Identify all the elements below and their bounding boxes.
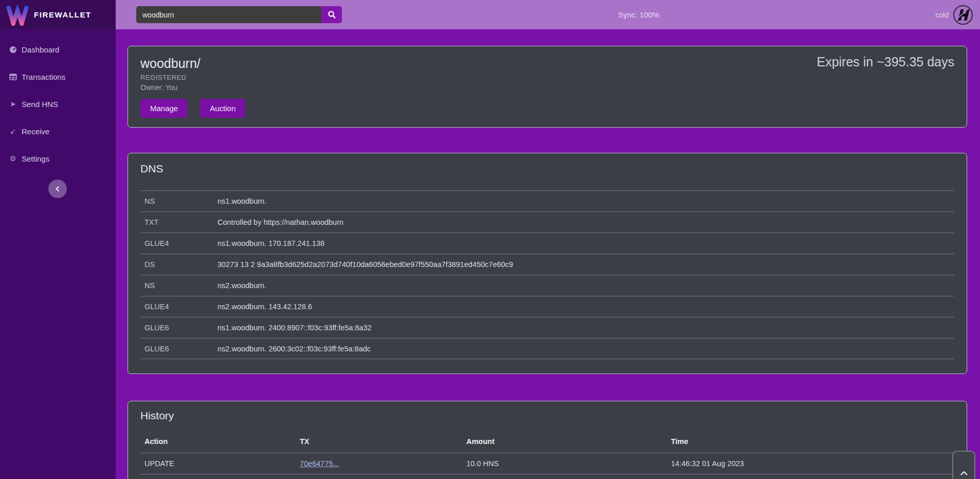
- sidebar-item-label: Receive: [22, 127, 49, 136]
- history-card: History Action TX Amount Time UPDATE 70e…: [128, 401, 967, 479]
- dns-record-value: ns1.woodburn.: [217, 197, 266, 205]
- dns-record-value: ns2.woodburn. 143.42.128.6: [217, 303, 312, 311]
- history-header-row: Action TX Amount Time: [140, 430, 954, 453]
- history-action: UPDATE: [144, 459, 300, 468]
- firewallet-w-logo-icon: [6, 4, 29, 26]
- dns-record-row: GLUE6 ns2.woodburn. 2600:3c02::f03c:93ff…: [140, 338, 954, 359]
- receive-arrow-icon: ↙: [9, 127, 17, 135]
- search-group: [136, 6, 342, 23]
- history-row: RENEW d78e9e1... 10.0 HNS 15:47:36 07 Ju…: [140, 474, 954, 479]
- history-amount: 10.0 HNS: [466, 459, 671, 468]
- dns-record-row: GLUE4 ns1.woodburn. 170.187.241.138: [140, 233, 954, 254]
- sidebar-item-label: Transactions: [22, 73, 65, 81]
- dns-records-table: NS ns1.woodburn. TXT Controlled by https…: [140, 190, 954, 359]
- dns-card-title: DNS: [140, 163, 954, 175]
- sidebar-item-dashboard[interactable]: Dashboard: [0, 44, 116, 55]
- sync-status: Sync: 100%: [618, 10, 659, 19]
- main-column: Sync: 100% cold woodburn/ REGISTERED Own…: [116, 0, 980, 479]
- dns-record-value: 30273 13 2 9a3a8fb3d625d2a2073d740f10da6…: [217, 260, 513, 269]
- dns-record-value: ns2.woodburn.: [217, 281, 266, 290]
- auction-button[interactable]: Auction: [200, 99, 245, 118]
- dns-record-value: ns1.woodburn. 2400:8907::f03c:93ff:fe5a:…: [217, 324, 372, 332]
- history-row: UPDATE 70e64775... 10.0 HNS 14:46:32 01 …: [140, 453, 954, 474]
- sidebar-item-transactions[interactable]: Transactions: [0, 71, 116, 82]
- dns-card: DNS NS ns1.woodburn. TXT Controlled by h…: [128, 153, 967, 374]
- dns-record-type: TXT: [144, 218, 217, 226]
- manage-button[interactable]: Manage: [140, 99, 188, 118]
- wallet-mode-badge: cold: [935, 5, 973, 25]
- dns-record-type: GLUE6: [144, 324, 217, 332]
- magnifier-icon: [328, 10, 336, 19]
- scroll-to-top-button[interactable]: [952, 451, 975, 479]
- domain-actions: Manage Auction: [140, 99, 954, 118]
- search-button[interactable]: [321, 6, 342, 23]
- sidebar-collapse-button[interactable]: [48, 180, 67, 198]
- dns-record-row: NS ns2.woodburn.: [140, 275, 954, 296]
- speedometer-icon: [9, 45, 17, 54]
- tx-link[interactable]: 70e64775...: [300, 459, 339, 468]
- dns-record-row: GLUE6 ns1.woodburn. 2400:8907::f03c:93ff…: [140, 317, 954, 338]
- column-header-tx: TX: [300, 437, 466, 446]
- dns-record-type: GLUE4: [144, 303, 217, 311]
- wallet-mode-label: cold: [935, 11, 949, 19]
- sidebar-item-label: Settings: [22, 154, 49, 163]
- expires-label: Expires in ~395.35 days: [816, 55, 954, 69]
- chevron-up-icon: [960, 470, 968, 476]
- app-logo: FIREWALLET: [0, 0, 116, 29]
- dns-record-row: NS ns1.woodburn.: [140, 190, 954, 211]
- domain-status: REGISTERED: [140, 73, 954, 82]
- app-name: FIREWALLET: [34, 10, 92, 19]
- table-icon: [9, 73, 17, 81]
- dns-record-value: ns1.woodburn. 170.187.241.138: [217, 239, 324, 247]
- dns-record-type: GLUE6: [144, 345, 217, 353]
- column-header-time: Time: [671, 437, 954, 446]
- sidebar-nav: Dashboard Transactions ➤ Send HNS ↙ Rece…: [0, 29, 116, 164]
- search-input[interactable]: [136, 6, 321, 23]
- history-card-title: History: [140, 410, 954, 422]
- dns-record-value: ns2.woodburn. 2600:3c02::f03c:93ff:fe5a:…: [217, 345, 371, 353]
- dns-record-type: NS: [144, 197, 217, 205]
- dns-record-row: GLUE4 ns2.woodburn. 143.42.128.6: [140, 296, 954, 317]
- domain-card: woodburn/ REGISTERED Owner: You Manage A…: [128, 46, 967, 128]
- dns-record-type: GLUE4: [144, 239, 217, 247]
- history-table: Action TX Amount Time UPDATE 70e64775...…: [140, 430, 954, 479]
- chevron-left-icon: [54, 185, 61, 192]
- send-icon: ➤: [9, 100, 17, 108]
- sidebar-item-label: Dashboard: [22, 45, 59, 54]
- dns-record-row: TXT Controlled by https://nathan.woodbur…: [140, 211, 954, 233]
- dns-record-value: Controlled by https://nathan.woodburn: [217, 218, 343, 226]
- column-header-action: Action: [144, 437, 300, 446]
- dns-record-type: DS: [144, 260, 217, 269]
- sidebar: FIREWALLET Dashboard Transactions ➤ Send…: [0, 0, 116, 479]
- column-header-amount: Amount: [466, 437, 671, 446]
- domain-owner: Owner: You: [140, 82, 954, 93]
- dns-record-row: DS 30273 13 2 9a3a8fb3d625d2a2073d740f10…: [140, 254, 954, 275]
- content-area: woodburn/ REGISTERED Owner: You Manage A…: [116, 29, 980, 479]
- history-time: 14:46:32 01 Aug 2023: [671, 459, 954, 468]
- sidebar-item-send-hns[interactable]: ➤ Send HNS: [0, 98, 116, 110]
- handshake-logo-icon: [953, 5, 973, 25]
- sidebar-item-receive[interactable]: ↙ Receive: [0, 126, 116, 137]
- sidebar-item-settings[interactable]: ⚙ Settings: [0, 153, 116, 164]
- gear-icon: ⚙: [9, 154, 17, 163]
- topbar: Sync: 100% cold: [116, 0, 980, 29]
- dns-record-type: NS: [144, 281, 217, 290]
- sidebar-item-label: Send HNS: [22, 100, 58, 109]
